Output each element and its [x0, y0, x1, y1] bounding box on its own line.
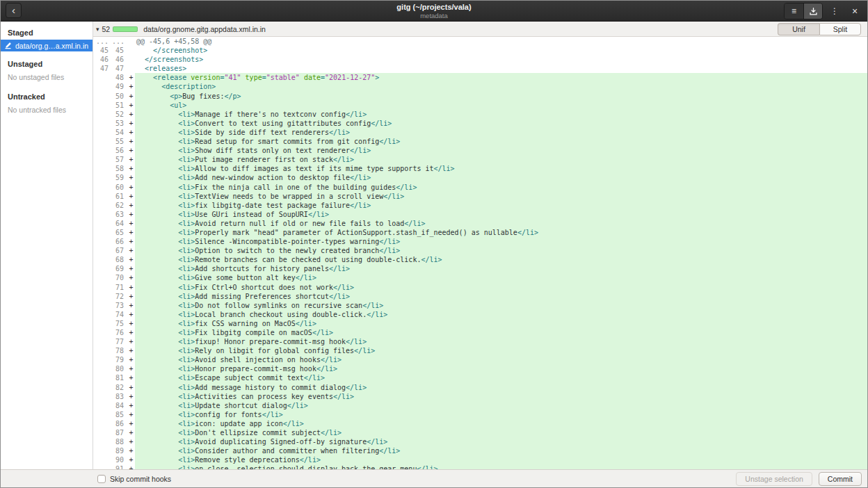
old-line-number: [93, 328, 112, 337]
diff-line-66[interactable]: 66+ <li>Silence -Wincompatible-pointer-t…: [93, 237, 867, 246]
new-line-number: 78: [112, 346, 127, 355]
diff-line-63[interactable]: 63+ <li>Use GUri instead of SoupURI</li>: [93, 210, 867, 219]
diff-line-59[interactable]: 59+ <li>Add new-window action to desktop…: [93, 173, 867, 182]
diff-line-90[interactable]: 90+ <li>Remove style deprecations</li>: [93, 455, 867, 464]
commit-button[interactable]: Commit: [819, 472, 862, 486]
diff-sign: +: [127, 228, 135, 237]
diff-line-88[interactable]: 88+ <li>Avoid duplicating Signed-off-by …: [93, 437, 867, 446]
diff-line-68[interactable]: 68+ <li>Remote branches can be checked o…: [93, 255, 867, 264]
diff-line-54[interactable]: 54+ <li>Side by side diff text renderers…: [93, 128, 867, 137]
diff-line-70[interactable]: 70+ <li>Give some button alt key</li>: [93, 273, 867, 282]
diff-line-53[interactable]: 53+ <li>Convert to text using gitattribu…: [93, 119, 867, 128]
diff-line-57[interactable]: 57+ <li>Put image renderer first on stac…: [93, 155, 867, 164]
diff-sign: [127, 37, 135, 46]
diff-line-73[interactable]: 73+ <li>Do not follow symlinks on recurs…: [93, 301, 867, 310]
new-line-number: 74: [112, 310, 127, 319]
diff-line-72[interactable]: 72+ <li>Add missing Preferences shortcut…: [93, 292, 867, 301]
history-view-button[interactable]: ≡: [785, 3, 803, 19]
diff-line-82[interactable]: 82+ <li>Add message history to commit di…: [93, 383, 867, 392]
code-text: <li>Properly mark "head" parameter of Ac…: [135, 228, 867, 237]
new-line-number: 90: [112, 455, 127, 464]
diff-line-87[interactable]: 87+ <li>Don't ellipsize commit subject</…: [93, 428, 867, 437]
code-text: <li>Use GUri instead of SoupURI</li>: [135, 210, 867, 219]
diff-line-47[interactable]: 4747 <releases>: [93, 64, 867, 73]
diff-line-89[interactable]: 89+ <li>Consider author and committer wh…: [93, 446, 867, 455]
code-text: </screenshots>: [135, 55, 867, 64]
close-button[interactable]: ×: [846, 3, 863, 19]
unstaged-empty-label: No unstaged files: [1, 71, 93, 84]
new-line-number: 52: [112, 110, 127, 119]
diff-line-64[interactable]: 64+ <li>Avoid return null if old or new …: [93, 219, 867, 228]
diff-line-65[interactable]: 65+ <li>Properly mark "head" parameter o…: [93, 228, 867, 237]
old-line-number: [93, 183, 112, 192]
code-text: <p>Bug fixes:</p>: [135, 92, 867, 101]
diff-line-77[interactable]: 77+ <li>fixup! Honor prepare-commit-msg …: [93, 337, 867, 346]
diff-hunk-row[interactable]: ......@@ -45,6 +45,58 @@: [93, 37, 867, 46]
diff-line-49[interactable]: 49+ <description>: [93, 82, 867, 91]
new-line-number: 64: [112, 219, 127, 228]
diff-line-83[interactable]: 83+ <li>Activities can process key event…: [93, 392, 867, 401]
old-line-number: [93, 82, 112, 91]
diff-stats-expander[interactable]: ▾ 52: [93, 25, 140, 33]
diff-line-71[interactable]: 71+ <li>Fix Ctrl+O shortcut does not wor…: [93, 283, 867, 292]
new-line-number: 67: [112, 246, 127, 255]
diff-sign: +: [127, 446, 135, 455]
diff-line-51[interactable]: 51+ <ul>: [93, 101, 867, 110]
diff-line-79[interactable]: 79+ <li>Avoid shell injection on hooks</…: [93, 355, 867, 364]
diff-sign: +: [127, 273, 135, 282]
old-line-number: [93, 410, 112, 419]
diff-line-85[interactable]: 85+ <li>config for fonts</li>: [93, 410, 867, 419]
menu-button[interactable]: ⋮: [826, 3, 843, 19]
old-line-number: [93, 146, 112, 155]
diff-sign: +: [127, 264, 135, 273]
diff-line-67[interactable]: 67+ <li>Option to switch to the newly cr…: [93, 246, 867, 255]
diff-line-50[interactable]: 50+ <p>Bug fixes:</p>: [93, 92, 867, 101]
diff-line-46[interactable]: 4646 </screenshots>: [93, 55, 867, 64]
skip-commit-hooks-option[interactable]: Skip commit hooks: [97, 475, 171, 483]
diff-line-52[interactable]: 52+ <li>Manage if there's no textconv co…: [93, 110, 867, 119]
code-text: <li>Avoid shell injection on hooks</li>: [135, 355, 867, 364]
diff-line-45[interactable]: 4545 </screenshot>: [93, 46, 867, 55]
diff-sign: +: [127, 110, 135, 119]
staged-file-item[interactable]: data/org.g…a.xml.in.in: [1, 40, 93, 51]
diff-line-76[interactable]: 76+ <li>Fix libgitg compile on macOS</li…: [93, 328, 867, 337]
diff-sign: +: [127, 328, 135, 337]
unified-view-toggle[interactable]: Unif: [778, 23, 819, 35]
code-text: <li>Convert to text using gitattributes …: [135, 119, 867, 128]
skip-commit-hooks-checkbox[interactable]: [97, 475, 106, 483]
diff-line-69[interactable]: 69+ <li>Add shortcuts for history panels…: [93, 264, 867, 273]
new-line-number: 80: [112, 364, 127, 373]
code-text: <li>Add shortcuts for history panels</li…: [135, 264, 867, 273]
old-line-number: [93, 355, 112, 364]
diff-line-62[interactable]: 62+ <li>fix libgitg-date test package fa…: [93, 201, 867, 210]
old-line-number: [93, 455, 112, 464]
diff-line-81[interactable]: 81+ <li>Escape subject commit text</li>: [93, 373, 867, 382]
diff-line-55[interactable]: 55+ <li>Read setup for smart commits fro…: [93, 137, 867, 146]
diff-sign: +: [127, 119, 135, 128]
old-line-number: [93, 155, 112, 164]
new-line-number: 84: [112, 401, 127, 410]
back-icon: ‹: [12, 5, 15, 15]
old-line-number: [93, 119, 112, 128]
old-line-number: [93, 173, 112, 182]
diff-line-48[interactable]: 48+ <release version="41" type="stable" …: [93, 73, 867, 82]
diff-line-91[interactable]: 91+ <li>on close, selection should displ…: [93, 464, 867, 469]
old-line-number: 46: [93, 55, 112, 64]
diff-sign: +: [127, 173, 135, 182]
unstage-selection-button[interactable]: Unstage selection: [736, 472, 812, 486]
diff-line-56[interactable]: 56+ <li>Show diff stats only on text ren…: [93, 146, 867, 155]
diff-line-61[interactable]: 61+ <li>TextView needs to be wrapped in …: [93, 192, 867, 201]
diff-line-86[interactable]: 86+ <li>icon: update app icon</li>: [93, 419, 867, 428]
diff-line-84[interactable]: 84+ <li>Update shortcut dialog</li>: [93, 401, 867, 410]
diff-line-58[interactable]: 58+ <li>Allow to diff images as text if …: [93, 164, 867, 173]
back-button[interactable]: ‹: [6, 3, 22, 18]
diff-line-78[interactable]: 78+ <li>Rely on libgit for global config…: [93, 346, 867, 355]
staged-section-header: Staged: [1, 26, 93, 40]
diff-line-75[interactable]: 75+ <li>fix CSS warning on MacOS</li>: [93, 319, 867, 328]
commit-view-button[interactable]: [803, 3, 822, 19]
diff-line-60[interactable]: 60+ <li>Fix the ninja call in one of the…: [93, 183, 867, 192]
old-line-number: [93, 101, 112, 110]
diff-line-80[interactable]: 80+ <li>Honor prepare-commit-msg hook</l…: [93, 364, 867, 373]
split-view-toggle[interactable]: Split: [819, 23, 861, 35]
diff-line-74[interactable]: 74+ <li>Local branch checkout using doub…: [93, 310, 867, 319]
